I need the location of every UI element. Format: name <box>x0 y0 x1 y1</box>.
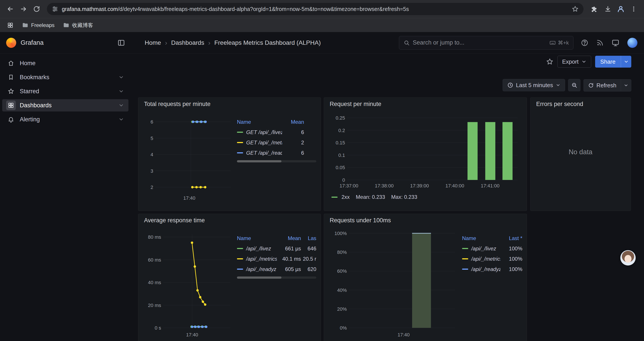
chart-request-per-minute[interactable]: 0.250.20.150.10.05017:37:0017:38:0017:39… <box>328 109 522 192</box>
extensions-icon[interactable] <box>588 3 600 15</box>
sidebar-item-bookmarks[interactable]: Bookmarks <box>2 71 128 83</box>
share-button[interactable]: Share <box>595 56 621 68</box>
panel-average-response-time: Average response time 80 ms60 ms40 ms20 … <box>138 214 321 341</box>
back-icon[interactable] <box>4 3 16 15</box>
svg-text:0.1: 0.1 <box>338 153 345 158</box>
refresh-button[interactable]: Refresh <box>584 79 621 92</box>
svg-text:0.2: 0.2 <box>338 128 345 133</box>
bookmarks-bar: Freeleaps 收藏博客 <box>0 18 644 32</box>
time-range-picker[interactable]: Last 5 minutes <box>502 79 565 91</box>
panel-title[interactable]: Request per minute <box>330 101 522 108</box>
search-icon <box>404 40 410 46</box>
browser-profile-icon[interactable] <box>616 4 626 14</box>
legend-scrollbar[interactable] <box>237 160 316 162</box>
chart-total-requests[interactable]: 6543217:40 <box>143 109 235 208</box>
url-bar[interactable]: grafana.mathmast.com/d/deytv4rwavabkb/fr… <box>47 3 584 15</box>
star-icon <box>6 87 16 96</box>
site-settings-icon[interactable] <box>52 6 58 12</box>
bookmark-folder-blogs[interactable]: 收藏博客 <box>60 21 96 30</box>
svg-text:17:37:00: 17:37:00 <box>340 183 358 188</box>
brand-text: Grafana <box>20 39 44 46</box>
legend-table[interactable]: NameMeanLas/api/_/livez661 µs646/api/_/m… <box>237 233 316 274</box>
sidebar-item-home[interactable]: Home <box>2 57 128 69</box>
dashboard-content: Export Share Last 5 minutes <box>131 54 644 341</box>
sidebar-toggle-icon[interactable] <box>118 39 125 47</box>
svg-text:0.05: 0.05 <box>336 165 345 170</box>
reload-icon[interactable] <box>31 3 42 15</box>
svg-text:20%: 20% <box>337 306 347 312</box>
export-button[interactable]: Export <box>558 56 591 68</box>
sidebar-item-dashboards[interactable]: Dashboards <box>2 99 128 112</box>
url-path: /d/deytv4rwavabkb/freeleaps-metrics-dash… <box>118 6 409 12</box>
sidebar-item-label: Alerting <box>20 116 40 123</box>
share-menu-chevron[interactable] <box>621 56 631 68</box>
user-avatar[interactable] <box>627 38 638 48</box>
sidebar-item-alerting[interactable]: Alerting <box>2 113 128 126</box>
sidebar-item-label: Dashboards <box>20 102 52 109</box>
scrollbar-thumb[interactable] <box>237 160 282 162</box>
search-input[interactable]: Search or jump to... ⌘+k <box>399 36 574 50</box>
svg-text:0.25: 0.25 <box>336 115 345 121</box>
breadcrumb: Home › Dashboards › Freeleaps Metrics Da… <box>145 39 321 47</box>
floating-avatar[interactable] <box>620 250 636 265</box>
chevron-down-icon[interactable] <box>118 88 124 94</box>
dashboards-grid-icon <box>6 101 16 110</box>
share-split-button: Share <box>595 56 631 68</box>
panel-title[interactable]: Average response time <box>144 217 316 224</box>
svg-text:17:40:00: 17:40:00 <box>446 183 464 188</box>
sidebar-item-label: Home <box>20 60 36 67</box>
panel-total-requests-per-minute: Total requests per minute 6543217:40 Nam… <box>138 97 321 211</box>
svg-text:40%: 40% <box>337 287 347 293</box>
sidebar-item-starred[interactable]: Starred <box>2 85 128 97</box>
bookmark-folder-freeleaps[interactable]: Freeleaps <box>19 21 57 30</box>
svg-text:6: 6 <box>150 119 153 125</box>
news-rss-icon[interactable] <box>596 39 604 47</box>
display-icon[interactable] <box>612 39 620 47</box>
nav-left: Grafana <box>0 38 131 48</box>
forward-icon[interactable] <box>18 3 29 15</box>
downloads-icon[interactable] <box>602 3 614 15</box>
dashboard-actions: Export Share <box>131 55 644 69</box>
legend-scrollbar[interactable] <box>237 276 316 279</box>
refresh-interval-chevron[interactable] <box>621 79 631 92</box>
breadcrumb-home[interactable]: Home <box>145 39 161 46</box>
refresh-icon <box>588 83 594 88</box>
svg-text:80 ms: 80 ms <box>148 234 161 240</box>
svg-text:17:40: 17:40 <box>398 332 410 337</box>
chart-requests-under-100ms[interactable]: 100%80%60%40%20%0%17:40 <box>328 226 460 340</box>
breadcrumb-dashboards[interactable]: Dashboards <box>171 39 204 46</box>
series-name[interactable]: 2xx <box>342 194 350 200</box>
refresh-split-button: Refresh <box>584 79 631 91</box>
chevron-down-icon[interactable] <box>118 103 124 108</box>
browser-menu-icon[interactable] <box>628 3 640 15</box>
home-icon <box>6 58 16 68</box>
url-text: grafana.mathmast.com/d/deytv4rwavabkb/fr… <box>62 6 572 12</box>
bell-icon <box>6 115 16 124</box>
apps-grid-icon[interactable] <box>6 21 15 30</box>
legend-table[interactable]: NameMeanGET /api/_/livez6GET /api/_/metr… <box>237 117 316 158</box>
legend-table[interactable]: NameLast */api/_/livez100%/api/_/metrics… <box>462 233 522 274</box>
scrollbar-thumb[interactable] <box>237 276 282 279</box>
panel-request-per-minute: Request per minute 0.250.20.150.10.05017… <box>324 97 527 211</box>
panel-title[interactable]: Total requests per minute <box>144 101 316 108</box>
legend-column: NameMeanLas/api/_/livez661 µs646/api/_/m… <box>237 233 316 340</box>
legend-stat: Mean: 0.233 <box>356 194 385 200</box>
panel-title[interactable]: Errors per second <box>536 101 626 108</box>
chevron-down-icon[interactable] <box>118 74 124 80</box>
favorite-star-icon[interactable] <box>546 58 554 65</box>
bookmark-star-icon[interactable] <box>572 6 579 13</box>
no-data-text: No data <box>535 109 626 195</box>
search-shortcut: ⌘+k <box>550 40 569 46</box>
time-controls: Last 5 minutes Refresh <box>131 78 644 92</box>
panel-title[interactable]: Requests under 100ms <box>330 217 522 224</box>
breadcrumb-separator: › <box>165 39 167 47</box>
zoom-out-icon[interactable] <box>568 79 580 91</box>
help-icon[interactable] <box>581 39 588 47</box>
bookmark-label: Freeleaps <box>31 22 54 28</box>
chart-average-response-time[interactable]: 80 ms60 ms40 ms20 ms0 s17:40 <box>143 226 235 340</box>
chevron-down-icon[interactable] <box>118 117 124 122</box>
grafana-topnav: Grafana Home › Dashboards › Freeleaps Me… <box>0 32 644 54</box>
grafana-logo[interactable] <box>6 38 16 48</box>
bookmark-icon <box>6 72 16 82</box>
legend-stat: Max: 0.233 <box>391 194 417 200</box>
